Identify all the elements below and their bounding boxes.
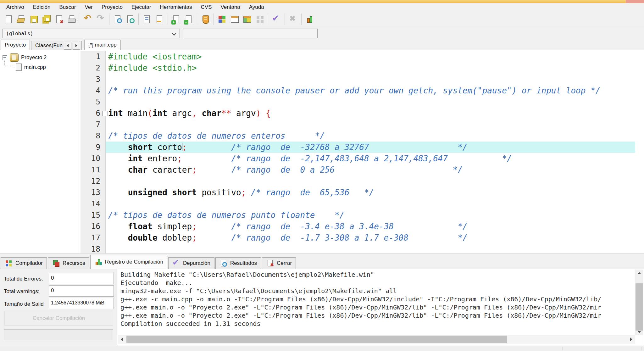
code-line-3-text[interactable] (106, 74, 635, 85)
code-line-5-text[interactable] (106, 96, 635, 108)
code-line-6-text[interactable]: int main(int argc, char** argv) { (106, 108, 635, 119)
tree-node-file[interactable]: main.cpp (16, 64, 46, 71)
undo-button[interactable] (82, 12, 95, 26)
gutter-line-17[interactable]: 17 (80, 232, 106, 243)
run-button[interactable] (199, 12, 212, 26)
print-button[interactable] (65, 12, 78, 26)
report-tab-cerrar[interactable]: Cerrar (262, 257, 296, 269)
secondary-combobox[interactable] (183, 29, 318, 38)
replace-button[interactable] (141, 12, 153, 26)
gutter-line-14[interactable]: 14 (80, 198, 106, 209)
windows-grid-button[interactable] (253, 12, 266, 26)
menu-edici-n[interactable]: Edición (29, 3, 55, 11)
find-button[interactable] (111, 12, 124, 26)
menu-cvs[interactable]: CVS (196, 3, 216, 11)
menu-ventana[interactable]: Ventana (216, 3, 244, 11)
gutter-line-18[interactable]: 18 (80, 243, 106, 253)
gutter-line-2[interactable]: 2 (80, 62, 106, 74)
find-in-files-button[interactable] (124, 12, 136, 26)
gutter-line-10[interactable]: 10 (80, 153, 106, 164)
code-line-9-text[interactable]: short corto; /* rango de -32768 a 32767 … (106, 142, 635, 153)
code-line-18-text[interactable] (106, 243, 635, 253)
gutter-line-16[interactable]: 16 (80, 221, 106, 232)
save-button[interactable] (28, 12, 40, 26)
left-tab-clases[interactable]: Clases(Fun (31, 41, 82, 50)
scrollbar-up-button[interactable] (635, 270, 643, 276)
profile-analysis-button[interactable] (303, 12, 316, 26)
report-tab-recursos[interactable]: Recursos (48, 257, 89, 269)
chevron-down-icon[interactable] (172, 31, 177, 36)
errors-value-field[interactable]: 0 (49, 273, 114, 284)
abort-compilation-button[interactable] (287, 12, 299, 26)
gutter-line-11[interactable]: 11 (80, 164, 106, 176)
gutter-line-5[interactable]: 5 (80, 96, 106, 108)
left-tab-proyecto[interactable]: Proyecto (1, 40, 30, 50)
compile-log[interactable]: Building Makefile "C:\Users\Rafael\Docum… (117, 269, 644, 346)
menu-ayuda[interactable]: Ayuda (245, 3, 269, 11)
scrollbar-left-button[interactable] (118, 335, 126, 344)
new-file-button[interactable] (3, 12, 15, 26)
code-line-10-text[interactable]: int entero; /* rango de -2,147,483,648 a… (106, 153, 635, 164)
fold-collapse-icon[interactable] (103, 111, 108, 116)
report-tab-compilador[interactable]: Compilador (1, 257, 47, 269)
tree-node-project[interactable]: Proyecto 2 (3, 53, 47, 62)
tree-collapse-icon[interactable] (3, 55, 7, 60)
report-tab-registro-de-compilaci-n[interactable]: Registro de Compilación (90, 255, 167, 269)
gutter-line-3[interactable]: 3 (80, 74, 106, 85)
code-line-4-text[interactable]: /* run this program using the console pa… (106, 85, 635, 96)
add-to-project-button[interactable] (170, 12, 182, 26)
report-tab-depuraci-n[interactable]: Depuración (168, 257, 214, 269)
tab-scroll-left-button[interactable] (64, 42, 71, 50)
warnings-value-field[interactable]: 0 (49, 285, 114, 297)
scrollbar-thumb[interactable] (636, 283, 643, 331)
menu-herramientas[interactable]: Herramientas (155, 3, 196, 11)
window-colored-button[interactable] (241, 12, 253, 26)
code-line-2-text[interactable]: #include <stdio.h> (106, 62, 635, 74)
cancel-compilation-button[interactable]: Cancelar Compilación (4, 311, 113, 326)
menu-ejecutar[interactable]: Ejecutar (127, 3, 155, 11)
output-size-field[interactable]: 1.24567413330078 MiB (49, 298, 114, 309)
gutter-line-4[interactable]: 4 (80, 85, 106, 96)
gutter-line-15[interactable]: 15 (80, 209, 106, 221)
gutter-line-8[interactable]: 8 (80, 130, 106, 142)
window-close-button[interactable] (626, 0, 644, 3)
close-file-button[interactable] (53, 12, 65, 26)
log-vertical-scrollbar[interactable] (635, 270, 643, 335)
redo-button[interactable] (95, 12, 107, 26)
code-line-7-text[interactable] (106, 119, 635, 130)
gutter-line-7[interactable]: 7 (80, 119, 106, 130)
editor-tab-main-cpp[interactable]: [*] main.cpp (84, 40, 121, 50)
code-editor[interactable]: 1#include <iostream>2#include <stdio.h>3… (80, 50, 644, 253)
menu-ver[interactable]: Ver (80, 3, 97, 11)
open-file-button[interactable] (15, 12, 28, 26)
code-line-8-text[interactable]: /* tipos de datos de numeros enteros */ (106, 130, 635, 142)
scrollbar-down-button[interactable] (635, 328, 643, 335)
syntax-check-button[interactable] (270, 12, 283, 26)
remove-from-project-button[interactable] (182, 12, 195, 26)
gutter-line-13[interactable]: 13 (80, 187, 106, 198)
code-line-13-text[interactable]: unsigned short positivo; /* rango de 65,… (106, 187, 635, 198)
tab-scroll-right-button[interactable] (73, 42, 80, 50)
gutter-line-12[interactable]: 12 (80, 176, 106, 187)
code-line-16-text[interactable]: float simplep; /* rango de -3.4 e-38 a 3… (106, 221, 635, 232)
project-options-button[interactable] (216, 12, 228, 26)
gutter-line-9[interactable]: 9 (80, 142, 106, 153)
code-line-12-text[interactable] (106, 176, 635, 187)
code-line-15-text[interactable]: /* tipos de datos de numeros punto floan… (106, 209, 635, 221)
window-layout-button[interactable] (228, 12, 241, 26)
gutter-line-6[interactable]: 6 (80, 108, 106, 119)
report-tab-resultados[interactable]: Resultados (215, 257, 261, 269)
menu-proyecto[interactable]: Proyecto (97, 3, 127, 11)
scrollbar-thumb[interactable] (126, 336, 507, 343)
code-line-11-text[interactable]: char caracter; /* rango de 0 a 256 */ (106, 164, 635, 176)
symbol-browser-combobox[interactable]: (globals) (3, 29, 180, 38)
scrollbar-right-button[interactable] (627, 335, 635, 344)
gutter-line-1[interactable]: 1 (80, 51, 106, 62)
log-horizontal-scrollbar[interactable] (118, 335, 635, 344)
menu-buscar[interactable]: Buscar (55, 3, 80, 11)
code-line-17-text[interactable]: double doblep; /* rango de -1.7 3-308 a … (106, 232, 635, 243)
replace-all-button[interactable] (153, 12, 166, 26)
save-all-button[interactable] (40, 12, 53, 26)
code-line-14-text[interactable] (106, 198, 635, 209)
code-line-1-text[interactable]: #include <iostream> (106, 51, 635, 62)
